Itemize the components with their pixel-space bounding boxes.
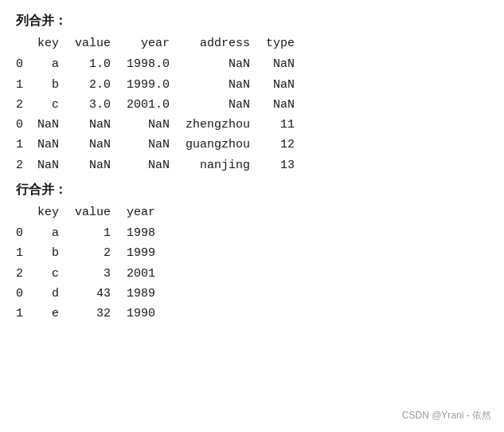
row-merge-cell: 1989 [119,284,163,304]
table-row: 0NaNNaNNaNzhengzhou11 [16,115,303,135]
col-merge-title: 列合并： [16,13,488,29]
col-merge-cell: NaN [258,54,303,74]
col-merge-idx: 0 [16,115,29,135]
row-merge-cell: 2001 [119,264,163,284]
row-merge-cell: 32 [67,304,119,324]
col-merge-cell: NaN [29,115,67,135]
row-merge-cell: 1998 [119,223,163,243]
row-merge-idx: 0 [16,284,29,304]
col-merge-cell: 1998.0 [119,54,178,74]
row-merge-cell: 43 [67,284,119,304]
col-merge-th-type: type [258,33,303,54]
col-merge-cell: guangzhou [178,135,258,155]
row-merge-section: 行合并： key value year 0a119981b219992c3200… [16,182,488,324]
table-row: 1NaNNaNNaNguangzhou12 [16,135,303,155]
col-merge-cell: NaN [178,75,258,95]
table-row: 0a1.01998.0NaNNaN [16,54,303,74]
row-merge-th-idx [16,202,29,223]
col-merge-cell: NaN [67,135,119,155]
col-merge-cell: 2.0 [67,75,119,95]
row-merge-cell: e [29,304,67,324]
row-merge-table: key value year 0a119981b219992c320010d43… [16,202,163,324]
table-row: 1e321990 [16,304,163,324]
row-merge-title: 行合并： [16,182,488,198]
col-merge-th-value: value [67,33,119,54]
col-merge-cell: NaN [258,75,303,95]
table-row: 0a11998 [16,223,163,243]
row-merge-cell: b [29,243,67,263]
col-merge-th-key: key [29,33,67,54]
row-merge-th-key: key [29,202,67,223]
col-merge-idx: 2 [16,155,29,175]
col-merge-cell: 13 [258,155,303,175]
col-merge-table: key value year address type 0a1.01998.0N… [16,33,303,175]
col-merge-cell: c [29,95,67,115]
watermark: CSDN @Yrani - 依然 [402,409,491,422]
table-row: 2c32001 [16,264,163,284]
row-merge-cell: 1990 [119,304,163,324]
col-merge-cell: 1999.0 [119,75,178,95]
col-merge-cell: NaN [29,155,67,175]
row-merge-header-row: key value year [16,202,163,223]
col-merge-cell: NaN [67,155,119,175]
col-merge-cell: 12 [258,135,303,155]
col-merge-cell: b [29,75,67,95]
col-merge-section: 列合并： key value year address type 0a1.019… [16,13,488,175]
col-merge-cell: NaN [67,115,119,135]
table-row: 1b2.01999.0NaNNaN [16,75,303,95]
col-merge-cell: NaN [178,54,258,74]
row-merge-cell: 1 [67,223,119,243]
row-merge-cell: 3 [67,264,119,284]
col-merge-cell: NaN [258,95,303,115]
col-merge-cell: NaN [119,155,178,175]
col-merge-th-idx [16,33,29,54]
row-merge-cell: 2 [67,243,119,263]
col-merge-th-address: address [178,33,258,54]
col-merge-cell: NaN [119,115,178,135]
row-merge-cell: 1999 [119,243,163,263]
col-merge-idx: 0 [16,54,29,74]
col-merge-cell: a [29,54,67,74]
col-merge-header-row: key value year address type [16,33,303,54]
col-merge-cell: nanjing [178,155,258,175]
row-merge-th-year: year [119,202,163,223]
table-row: 2NaNNaNNaNnanjing13 [16,155,303,175]
row-merge-cell: a [29,223,67,243]
col-merge-cell: 1.0 [67,54,119,74]
col-merge-cell: NaN [29,135,67,155]
table-row: 1b21999 [16,243,163,263]
table-row: 2c3.02001.0NaNNaN [16,95,303,115]
col-merge-cell: 3.0 [67,95,119,115]
col-merge-cell: NaN [119,135,178,155]
row-merge-idx: 0 [16,223,29,243]
row-merge-idx: 2 [16,264,29,284]
row-merge-th-value: value [67,202,119,223]
col-merge-idx: 1 [16,135,29,155]
row-merge-idx: 1 [16,304,29,324]
col-merge-th-year: year [119,33,178,54]
row-merge-idx: 1 [16,243,29,263]
col-merge-idx: 2 [16,95,29,115]
col-merge-cell: 11 [258,115,303,135]
col-merge-idx: 1 [16,75,29,95]
col-merge-cell: zhengzhou [178,115,258,135]
col-merge-cell: NaN [178,95,258,115]
row-merge-cell: c [29,264,67,284]
table-row: 0d431989 [16,284,163,304]
row-merge-cell: d [29,284,67,304]
col-merge-cell: 2001.0 [119,95,178,115]
